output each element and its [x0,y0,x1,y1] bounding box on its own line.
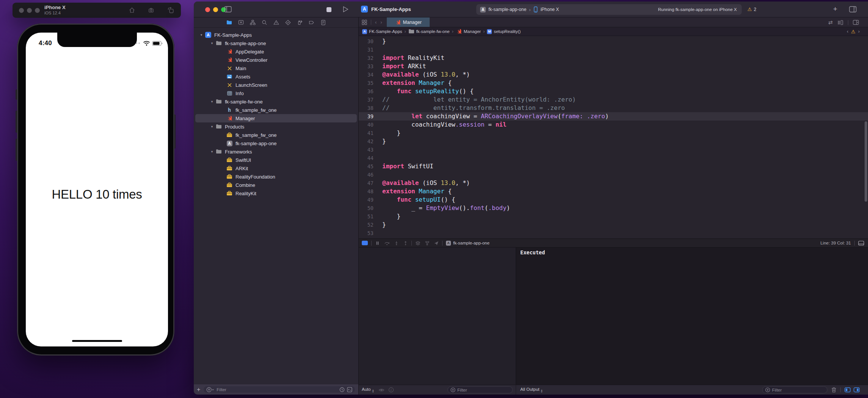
tree-item-fk_sample_fw_one[interactable]: fk_sample_fw_one [195,131,357,139]
rotate-button-icon[interactable] [167,7,174,14]
scheme-name[interactable]: fk-sample-app-one [488,7,526,12]
debug-area-toggle-button[interactable] [362,241,368,245]
code-line-31[interactable]: 31 [359,45,868,54]
code-line-38[interactable]: 38// entity.transform.translation = .zer… [359,104,868,112]
quick-look-eye-icon[interactable] [378,388,385,392]
code-line-32[interactable]: 32import RealityKit [359,54,868,62]
console-view[interactable]: Executed [516,248,868,385]
tree-item-RealityFoundation[interactable]: RealityFoundation [195,172,357,181]
pause-button[interactable] [375,241,380,246]
stop-button[interactable] [326,7,331,12]
navigator-toggle-icon[interactable] [224,6,232,13]
tree-item-FK-Sample-Apps[interactable]: ▾AFK-Sample-Apps [195,31,357,39]
source-control-navigator-icon[interactable] [238,20,244,25]
report-navigator-icon[interactable] [320,20,326,25]
source-editor[interactable]: 30}3132import RealityKit33import ARKit34… [359,36,868,238]
code-review-icon[interactable]: ⇄ [828,19,833,25]
source-control-filter-icon[interactable] [347,387,352,392]
code-line-45[interactable]: 45import SwiftUI [359,162,868,171]
simulator-titlebar[interactable]: iPhone X iOS 12.4 [13,3,181,18]
tree-item-Products[interactable]: ▾Products [195,122,357,131]
code-line-39[interactable]: 39 let coachingView = ARCoachingOverlayV… [359,112,868,121]
editor-layout-icon[interactable] [849,6,857,13]
tree-item-fk_sample_fw_one[interactable]: hfk_sample_fw_one [195,106,357,114]
editor-scrollbar-thumb[interactable] [865,121,867,202]
tree-item-fk-sample-fw-one[interactable]: ▾fk-sample-fw-one [195,97,357,106]
tree-item-Info[interactable]: Info [195,89,357,97]
code-line-34[interactable]: 34@available (iOS 13.0, *) [359,71,868,79]
tree-item-Main[interactable]: Main [195,64,357,72]
tab-overview-icon[interactable] [362,20,367,25]
next-issue-button[interactable]: › [858,29,860,34]
issue-warning-icon[interactable]: ⚠ [851,29,855,34]
add-editor-icon[interactable] [853,20,859,25]
jumpbar-crumb-3[interactable]: MsetupReality() [487,29,521,34]
tree-item-Assets[interactable]: Assets [195,72,357,81]
recents-clock-icon[interactable] [339,387,345,392]
close-button[interactable] [19,8,24,13]
editor-options-icon[interactable] [837,20,843,25]
code-line-43[interactable]: 43 [359,146,868,154]
code-line-47[interactable]: 47@available (iOS 13.0, *) [359,179,868,187]
tree-item-Combine[interactable]: Combine [195,181,357,189]
process-name[interactable]: fk-sample-app-one [453,241,490,245]
close-button[interactable] [205,7,210,12]
scheme-selector[interactable]: A fk-sample-app-one › iPhone X Running f… [476,4,742,15]
breakpoint-navigator-icon[interactable] [309,20,314,25]
minimize-button[interactable] [213,7,218,12]
tree-item-Frameworks[interactable]: ▾Frameworks [195,147,357,156]
symbol-navigator-icon[interactable] [250,20,256,25]
code-line-37[interactable]: 37// let entity = AnchorEntity(world: .z… [359,96,868,104]
tree-item-ARKit[interactable]: ARKit [195,164,357,172]
home-button-icon[interactable] [129,7,135,14]
code-line-33[interactable]: 33import ARKit [359,62,868,71]
memory-graph-button[interactable] [425,241,430,246]
screenshot-camera-icon[interactable] [148,7,155,14]
code-line-30[interactable]: 30} [359,37,868,45]
code-line-40[interactable]: 40 coachingView.session = nil [359,121,868,129]
clear-console-trash-icon[interactable] [831,387,837,393]
info-icon[interactable]: i [389,387,394,392]
step-out-button[interactable] [403,241,408,246]
code-line-53[interactable]: 53 [359,229,868,237]
tree-item-Manager[interactable]: Manager [195,114,357,122]
code-line-48[interactable]: 48extension Manager { [359,187,868,196]
editor-tab-manager[interactable]: Manager [387,17,430,27]
tree-item-fk-sample-app-one[interactable]: Afk-sample-app-one [195,139,357,147]
project-navigator-icon[interactable] [226,20,232,25]
add-item-button[interactable]: + [197,386,200,393]
step-into-button[interactable] [394,241,399,246]
home-indicator[interactable] [72,340,122,342]
variables-filter-field[interactable]: Filter [447,386,513,393]
issue-navigator-icon[interactable] [273,20,279,25]
debug-navigator-icon[interactable] [297,20,303,25]
find-navigator-icon[interactable] [262,20,267,25]
step-over-button[interactable] [384,241,390,246]
warning-count-badge[interactable]: ⚠ 2 [747,6,756,12]
tree-item-fk-sample-app-one[interactable]: ▾fk-sample-app-one [195,39,357,47]
navigator-filter-field[interactable]: Filter [203,386,355,393]
library-add-button[interactable]: + [833,5,837,13]
code-line-41[interactable]: 41 } [359,129,868,137]
code-line-51[interactable]: 51 } [359,212,868,221]
variables-pane-toggle-icon[interactable] [844,387,851,392]
view-debugger-button[interactable] [415,241,421,246]
code-line-52[interactable]: 52} [359,221,868,229]
console-toggle-icon[interactable] [858,241,864,246]
tree-item-SwiftUI[interactable]: SwiftUI [195,156,357,164]
console-filter-field[interactable]: Filter [762,386,827,393]
zoom-button[interactable] [35,8,40,13]
run-button[interactable] [343,6,348,13]
code-line-46[interactable]: 46 [359,171,868,179]
jumpbar-crumb-2[interactable]: Manager [456,28,481,34]
minimize-button[interactable] [27,8,32,13]
back-button[interactable]: ‹ [375,19,377,25]
jumpbar-crumb-1[interactable]: fk-sample-fw-one [408,28,450,34]
code-line-35[interactable]: 35extension Manager { [359,79,868,87]
variables-view[interactable] [359,248,516,385]
run-destination[interactable]: iPhone X [540,7,559,12]
tree-item-RealityKit[interactable]: RealityKit [195,189,357,197]
tree-item-ViewController[interactable]: ViewController [195,56,357,64]
code-line-36[interactable]: 36 func setupReality() { [359,87,868,96]
console-pane-toggle-icon[interactable] [854,387,860,392]
